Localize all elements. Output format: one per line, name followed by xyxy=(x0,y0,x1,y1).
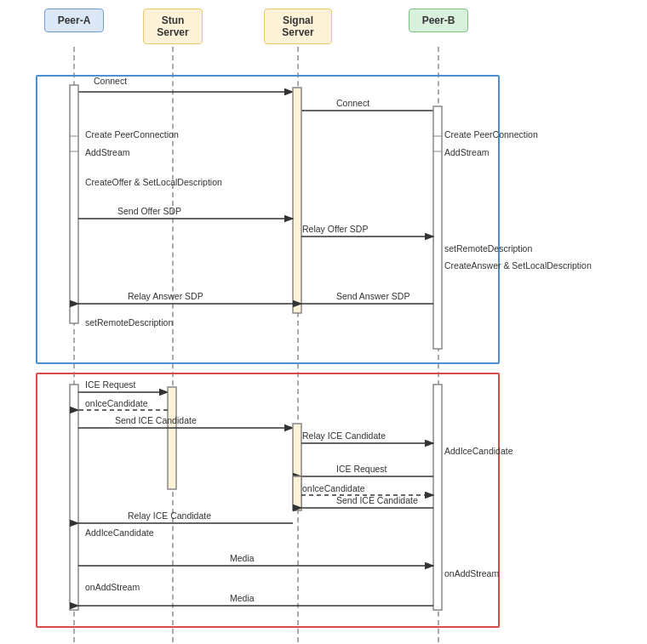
participant-signal-label: Signal Server xyxy=(282,14,313,38)
participant-signal: Signal Server xyxy=(264,9,332,44)
participant-peer-b-label: Peer-B xyxy=(422,14,455,26)
participant-stun: StunServer xyxy=(143,9,203,44)
ice-section-box xyxy=(36,373,500,628)
sdp-section-box xyxy=(36,75,500,364)
participant-peer-a: Peer-A xyxy=(44,9,104,32)
diagram-container: Peer-A StunServer Signal Server Peer-B C… xyxy=(0,0,647,644)
participant-peer-a-label: Peer-A xyxy=(58,14,91,26)
participant-peer-b: Peer-B xyxy=(409,9,468,32)
